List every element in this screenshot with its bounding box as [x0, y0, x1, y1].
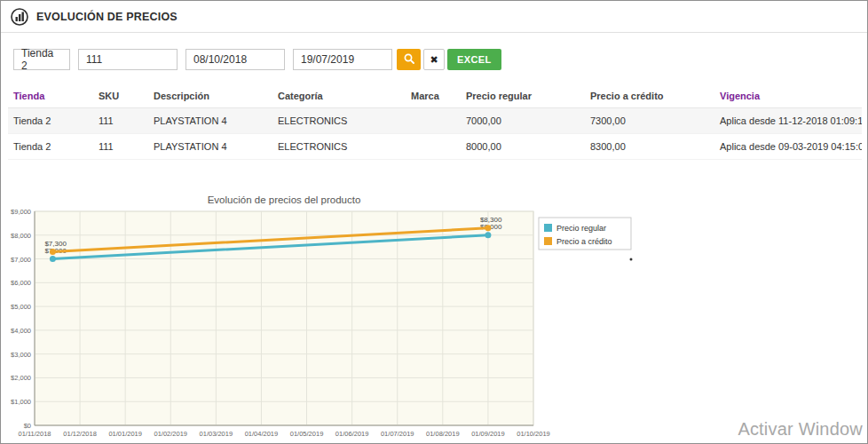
- cell-sku: 111: [93, 108, 148, 134]
- filter-bar: Tienda 2 ✖ EXCEL: [13, 49, 867, 70]
- cell-precio-regular: 7000,00: [461, 108, 585, 134]
- table-row: Tienda 2 111 PLAYSTATION 4 ELECTRONICS 7…: [8, 108, 862, 134]
- date-to-input[interactable]: [293, 49, 392, 70]
- svg-text:01/05/2019: 01/05/2019: [290, 430, 324, 438]
- col-descripcion: Descripción: [148, 84, 272, 108]
- page-header: EVOLUCIÓN DE PRECIOS: [1, 1, 867, 33]
- svg-text:$2,000: $2,000: [11, 374, 31, 382]
- svg-text:$7,300: $7,300: [44, 240, 67, 248]
- excel-export-button[interactable]: EXCEL: [447, 49, 501, 70]
- col-marca: Marca: [406, 84, 461, 108]
- close-icon: ✖: [430, 54, 438, 66]
- cell-vigencia: Aplica desde 11-12-2018 01:09:12: [714, 108, 862, 134]
- sku-input[interactable]: [78, 49, 178, 70]
- cell-descripcion: PLAYSTATION 4: [148, 108, 272, 134]
- svg-text:01/02/2019: 01/02/2019: [154, 430, 187, 438]
- cell-precio-credito: 7300,00: [585, 108, 714, 134]
- filter-actions: ✖ EXCEL: [397, 49, 501, 70]
- price-chart: Evolución de precios del producto$0$1,00…: [8, 194, 647, 443]
- cell-precio-credito: 8300,00: [585, 134, 714, 160]
- cell-precio-regular: 8000,00: [461, 134, 585, 160]
- col-sku: SKU: [93, 84, 148, 108]
- table-header-row: Tienda SKU Descripción Categoría Marca P…: [8, 84, 862, 108]
- svg-text:01/08/2019: 01/08/2019: [426, 430, 460, 438]
- svg-text:01/11/2018: 01/11/2018: [19, 430, 51, 438]
- svg-text:01/06/2019: 01/06/2019: [335, 430, 369, 438]
- svg-text:$6,000: $6,000: [11, 279, 31, 287]
- col-precio-regular: Precio regular: [461, 84, 585, 108]
- col-vigencia[interactable]: Vigencia: [714, 84, 862, 108]
- svg-text:01/07/2019: 01/07/2019: [381, 430, 414, 438]
- bar-chart-icon: [10, 7, 29, 27]
- col-tienda[interactable]: Tienda: [8, 84, 93, 108]
- cell-marca: [406, 134, 461, 160]
- col-precio-credito: Precio a crédito: [585, 84, 714, 108]
- cell-sku: 111: [93, 134, 148, 160]
- svg-text:$5,000: $5,000: [11, 303, 31, 311]
- svg-text:$4,000: $4,000: [11, 327, 31, 335]
- cell-tienda: Tienda 2: [8, 108, 93, 134]
- svg-text:Precio regular: Precio regular: [556, 224, 606, 233]
- svg-text:01/09/2019: 01/09/2019: [471, 430, 505, 438]
- svg-text:$8,300: $8,300: [480, 216, 502, 224]
- col-categoria: Categoría: [272, 84, 406, 108]
- svg-text:01/03/2019: 01/03/2019: [200, 430, 233, 438]
- date-from-input[interactable]: [185, 49, 285, 70]
- svg-text:$8,000: $8,000: [11, 232, 31, 240]
- store-select[interactable]: Tienda 2: [13, 49, 70, 70]
- windows-activation-watermark: Activar Window: [738, 419, 863, 440]
- cell-vigencia: Aplica desde 09-03-2019 04:15:03: [714, 134, 862, 160]
- svg-text:01/04/2019: 01/04/2019: [245, 430, 279, 438]
- svg-text:01/12/2018: 01/12/2018: [63, 430, 97, 438]
- app-window: EVOLUCIÓN DE PRECIOS Tienda 2 ✖ EXCEL: [0, 0, 868, 444]
- table-row: Tienda 2 111 PLAYSTATION 4 ELECTRONICS 8…: [8, 134, 862, 160]
- cell-marca: [406, 108, 461, 134]
- svg-text:Precio a crédito: Precio a crédito: [556, 237, 612, 246]
- svg-text:Evolución de precios del produ: Evolución de precios del producto: [208, 194, 361, 205]
- search-icon: [403, 52, 415, 67]
- cell-categoria: ELECTRONICS: [272, 108, 406, 134]
- cell-descripcion: PLAYSTATION 4: [148, 134, 272, 160]
- svg-text:01/01/2019: 01/01/2019: [108, 430, 142, 438]
- svg-text:$1,000: $1,000: [11, 398, 31, 406]
- svg-text:$7,000: $7,000: [11, 256, 31, 264]
- cell-categoria: ELECTRONICS: [272, 134, 406, 160]
- clear-button[interactable]: ✖: [423, 49, 445, 70]
- search-button[interactable]: [397, 49, 421, 70]
- svg-text:$0: $0: [24, 422, 31, 430]
- price-evolution-chart: Evolución de precios del producto$0$1,00…: [8, 194, 647, 443]
- svg-text:$3,000: $3,000: [11, 351, 31, 359]
- page-title: EVOLUCIÓN DE PRECIOS: [36, 11, 178, 23]
- svg-text:$9,000: $9,000: [11, 208, 31, 216]
- svg-text:01/10/2019: 01/10/2019: [517, 430, 550, 438]
- cell-tienda: Tienda 2: [8, 134, 93, 160]
- price-table: Tienda SKU Descripción Categoría Marca P…: [8, 84, 862, 160]
